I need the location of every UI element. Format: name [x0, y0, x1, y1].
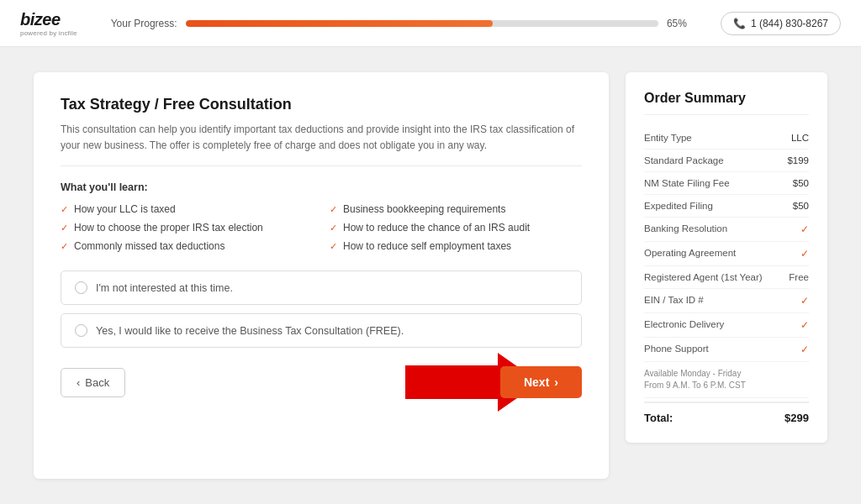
order-row-check: ✓ — [800, 319, 809, 331]
learn-title: What you'll learn: — [61, 181, 582, 193]
order-row-operating: Operating Agreement ✓ — [644, 242, 809, 266]
learn-item: ✓ How to reduce the chance of an IRS aud… — [330, 222, 582, 234]
order-summary-card: Order Summary Entity Type LLC Standard P… — [626, 72, 827, 443]
learn-grid: ✓ How your LLC is taxed ✓ Business bookk… — [61, 203, 582, 252]
progress-bar-fill — [186, 20, 494, 27]
learn-item-text: How to choose the proper IRS tax electio… — [74, 222, 263, 234]
order-row-label: EIN / Tax ID # — [644, 295, 704, 305]
order-row-expedited: Expedited Filing $50 — [644, 195, 809, 218]
learn-item: ✓ How your LLC is taxed — [61, 203, 313, 215]
checkmark-icon: ✓ — [330, 204, 337, 215]
order-row-label: Operating Agreement — [644, 248, 736, 258]
next-chevron-icon: › — [554, 375, 558, 389]
order-row-banking: Banking Resolution ✓ — [644, 218, 809, 242]
option-yes-consultation[interactable]: Yes, I would like to receive the Busines… — [61, 313, 582, 348]
learn-item: ✓ Commonly missed tax deductions — [61, 240, 313, 252]
order-row-check: ✓ — [800, 295, 809, 307]
order-row-check: ✓ — [800, 344, 809, 355]
order-total-row: Total: $299 — [644, 402, 809, 424]
phone-icon: 📞 — [733, 18, 746, 29]
next-label: Next — [524, 375, 549, 389]
order-row-value: Free — [789, 272, 809, 282]
order-row-note: Available Monday - FridayFrom 9 A.M. To … — [644, 368, 746, 391]
checkmark-icon: ✓ — [330, 223, 337, 234]
back-button[interactable]: ‹ Back — [61, 368, 125, 397]
order-row-phone-support: Phone Support ✓ — [644, 338, 809, 362]
order-row-value: $50 — [793, 178, 809, 188]
learn-item-text: How your LLC is taxed — [74, 203, 176, 215]
order-row-delivery: Electronic Delivery ✓ — [644, 313, 809, 338]
card-description: This consultation can help you identify … — [61, 122, 582, 166]
radio-button[interactable] — [75, 281, 87, 294]
order-row-value: $199 — [787, 155, 809, 165]
option-yes-label: Yes, I would like to receive the Busines… — [96, 325, 404, 337]
logo-bizee: bizee — [20, 10, 61, 29]
order-row-ein: EIN / Tax ID # ✓ — [644, 289, 809, 313]
learn-item-text: How to reduce self employment taxes — [343, 240, 511, 252]
order-row-state-filing: NM State Filing Fee $50 — [644, 172, 809, 195]
checkmark-icon: ✓ — [61, 241, 68, 252]
logo-sub: powered by incfile — [20, 29, 77, 37]
total-value: $299 — [784, 412, 809, 424]
back-label: Back — [85, 376, 109, 389]
option-not-interested[interactable]: I'm not interested at this time. — [61, 270, 582, 305]
order-row-standard-package: Standard Package $199 — [644, 150, 809, 172]
order-row-label: Standard Package — [644, 155, 724, 165]
order-row-label: Expedited Filing — [644, 201, 713, 211]
phone-button[interactable]: 📞 1 (844) 830-8267 — [721, 12, 841, 35]
order-row-label: NM State Filing Fee — [644, 178, 730, 188]
learn-item: ✓ Business bookkeeping requirements — [330, 203, 582, 215]
progress-bar-background — [186, 20, 658, 27]
bottom-nav: ‹ Back Next › — [61, 366, 582, 398]
checkmark-icon: ✓ — [330, 241, 337, 252]
learn-item-text: Commonly missed tax deductions — [74, 240, 224, 252]
header: bizee powered by incfile Your Progress: … — [0, 0, 861, 47]
radio-button[interactable] — [75, 324, 87, 337]
order-row-phone-hours: Available Monday - FridayFrom 9 A.M. To … — [644, 362, 809, 398]
phone-number: 1 (844) 830-8267 — [751, 18, 828, 29]
checkmark-icon: ✓ — [61, 223, 68, 234]
learn-item: ✓ How to reduce self employment taxes — [330, 240, 582, 252]
checkmark-icon: ✓ — [61, 204, 68, 215]
next-button[interactable]: Next › — [500, 366, 582, 398]
card-title: Tax Strategy / Free Consultation — [61, 96, 582, 113]
option-not-interested-label: I'm not interested at this time. — [96, 282, 233, 294]
order-row-value: LLC — [791, 133, 809, 143]
progress-area: Your Progress: 65% — [111, 18, 687, 29]
order-row-check: ✓ — [800, 248, 809, 260]
order-row-check: ✓ — [800, 223, 809, 235]
back-chevron-icon: ‹ — [77, 376, 80, 389]
learn-item-text: How to reduce the chance of an IRS audit — [343, 222, 530, 234]
main-content: Tax Strategy / Free Consultation This co… — [0, 47, 861, 504]
learn-item-text: Business bookkeeping requirements — [343, 203, 505, 215]
order-row-label: Phone Support — [644, 344, 709, 354]
order-row-label: Registered Agent (1st Year) — [644, 272, 763, 282]
order-row-label: Banking Resolution — [644, 223, 727, 234]
order-row-label: Electronic Delivery — [644, 319, 724, 329]
progress-label: Your Progress: — [111, 18, 177, 29]
left-card: Tax Strategy / Free Consultation This co… — [34, 72, 609, 479]
order-row-value: $50 — [793, 201, 809, 211]
progress-percentage: 65% — [667, 18, 687, 29]
total-label: Total: — [644, 412, 673, 424]
logo-area: bizee powered by incfile — [20, 10, 77, 37]
order-row-registered-agent: Registered Agent (1st Year) Free — [644, 266, 809, 289]
order-summary-title: Order Summary — [644, 91, 809, 115]
order-row-entity-type: Entity Type LLC — [644, 127, 809, 150]
order-row-label: Entity Type — [644, 133, 692, 143]
learn-item: ✓ How to choose the proper IRS tax elect… — [61, 222, 313, 234]
